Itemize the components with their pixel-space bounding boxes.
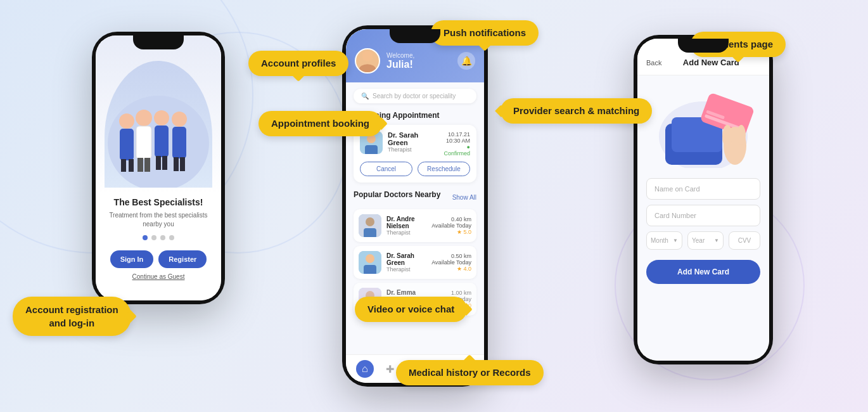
nav-home[interactable]: ⌂	[356, 360, 374, 378]
svg-point-26	[366, 254, 374, 263]
svg-rect-21	[365, 145, 378, 154]
month-select[interactable]: Month ▼	[646, 231, 682, 250]
phone2-screen: Welcome, Julia! 🔔 🔍 Search by doctor or …	[346, 29, 484, 383]
cancel-button[interactable]: Cancel	[360, 162, 412, 176]
account-profiles-label: Account profiles	[248, 51, 348, 76]
register-button[interactable]: Register	[158, 250, 207, 268]
appointment-time: 10.17.21 10:30 AM Confirmed	[442, 131, 471, 157]
svg-point-9	[154, 110, 169, 126]
svg-rect-6	[136, 126, 151, 159]
svg-rect-15	[174, 157, 179, 171]
doctor-card-1[interactable]: Dr. Andre Nielsen Therapist 0.40 km Avai…	[354, 209, 476, 242]
svg-rect-16	[180, 157, 185, 171]
search-placeholder: Search by doctor or speciality	[373, 93, 456, 100]
cvv-field[interactable]: CVV	[729, 231, 760, 250]
svg-rect-2	[120, 129, 134, 160]
guest-link[interactable]: Continue as Guest	[132, 273, 185, 280]
svg-rect-10	[155, 126, 169, 157]
svg-rect-3	[121, 159, 126, 172]
svg-rect-11	[156, 156, 161, 170]
account-registration-label: Account registrationand log-in	[13, 297, 131, 336]
svg-rect-14	[172, 127, 186, 158]
svg-point-38	[722, 125, 732, 148]
phone1-screen: The Best Specialists! Treatment from the…	[96, 35, 221, 300]
add-card-button[interactable]: Add New Card	[646, 260, 760, 284]
dot-1	[143, 235, 148, 240]
doctor-card-2[interactable]: Dr. Sarah Green Therapist 0.50 km Availa…	[354, 246, 476, 279]
reschedule-button[interactable]: Reschedule	[418, 162, 470, 176]
phone3-notch	[678, 39, 729, 53]
back-button[interactable]: Back	[646, 59, 661, 67]
dot-4	[169, 235, 174, 240]
doctor1-meta: 0.40 km Available Today ★ 5.0	[431, 216, 471, 235]
svg-point-39	[737, 125, 746, 145]
notification-bell[interactable]: 🔔	[457, 52, 475, 70]
popular-title: Popular Doctors Nearby	[354, 190, 440, 199]
page-title: Add New Card	[661, 58, 760, 67]
phone-3: Back Add New Card	[634, 35, 773, 364]
dot-3	[160, 235, 165, 240]
appointment-info: Dr. Sarah Green Therapist	[388, 131, 437, 153]
popular-header: Popular Doctors Nearby Show All	[354, 190, 476, 204]
svg-rect-24	[364, 228, 376, 237]
doctor2-meta: 0.50 km Available Today ★ 4.0	[431, 253, 471, 272]
pagination-dots	[143, 235, 174, 240]
appointment-buttons: Cancel Reschedule	[360, 162, 470, 176]
appointment-top: Dr. Sarah Green Therapist 10.17.21 10:30…	[360, 131, 470, 157]
card-illustration	[653, 86, 754, 168]
svg-rect-7	[137, 158, 143, 172]
header-greeting: Welcome, Julia!	[386, 52, 414, 70]
svg-point-1	[119, 113, 134, 129]
medical-history-label: Medical history or Records	[396, 360, 544, 385]
search-bar[interactable]: 🔍 Search by doctor or speciality	[354, 89, 476, 103]
user-avatar	[355, 48, 380, 74]
provider-search-label: Provider search & matching	[501, 98, 652, 124]
card-number-field[interactable]: Card Number	[646, 205, 760, 226]
dot-2	[151, 235, 156, 240]
svg-rect-12	[162, 156, 167, 170]
doctor1-info: Dr. Andre Nielsen Therapist	[386, 216, 426, 236]
show-all-link[interactable]: Show All	[452, 194, 476, 201]
push-notifications-label: Push notifications	[431, 20, 539, 46]
phone3-screen: Back Add New Card	[637, 39, 769, 361]
doctor2-avatar	[359, 251, 381, 274]
svg-rect-27	[364, 265, 376, 274]
phone-2: Welcome, Julia! 🔔 🔍 Search by doctor or …	[342, 25, 488, 387]
name-on-card-field[interactable]: Name on Card	[646, 178, 760, 200]
svg-point-18	[359, 64, 376, 72]
phone1-subtitle: Treatment from the best specialists near…	[108, 211, 208, 229]
expiry-row: Month ▼ Year ▼ CVV	[646, 231, 760, 250]
doctor2-info: Dr. Sarah Green Therapist	[386, 252, 426, 273]
svg-point-17	[362, 51, 373, 61]
doctor1-avatar	[359, 214, 381, 237]
phone3-body: Name on Card Card Number Month ▼ Year ▼	[637, 75, 769, 361]
appointment-booking-label: Appointment booking	[258, 111, 382, 136]
phone1-title: The Best Specialists!	[108, 197, 208, 207]
phone1-buttons: Sign In Register	[110, 250, 207, 268]
phone2-notch	[390, 29, 440, 43]
phone1-text-block: The Best Specialists! Treatment from the…	[96, 188, 221, 229]
svg-point-5	[136, 110, 152, 126]
search-icon: 🔍	[361, 93, 369, 100]
phone-1: The Best Specialists! Treatment from the…	[92, 32, 225, 304]
doctors-illustration	[105, 61, 212, 188]
svg-point-23	[366, 217, 374, 226]
svg-rect-8	[144, 158, 150, 172]
video-voice-label: Video or voice chat	[355, 297, 467, 322]
phone1-notch	[133, 35, 184, 49]
svg-point-13	[172, 112, 187, 127]
svg-rect-4	[129, 159, 134, 172]
year-select[interactable]: Year ▼	[687, 231, 724, 250]
signin-button[interactable]: Sign In	[110, 250, 154, 268]
